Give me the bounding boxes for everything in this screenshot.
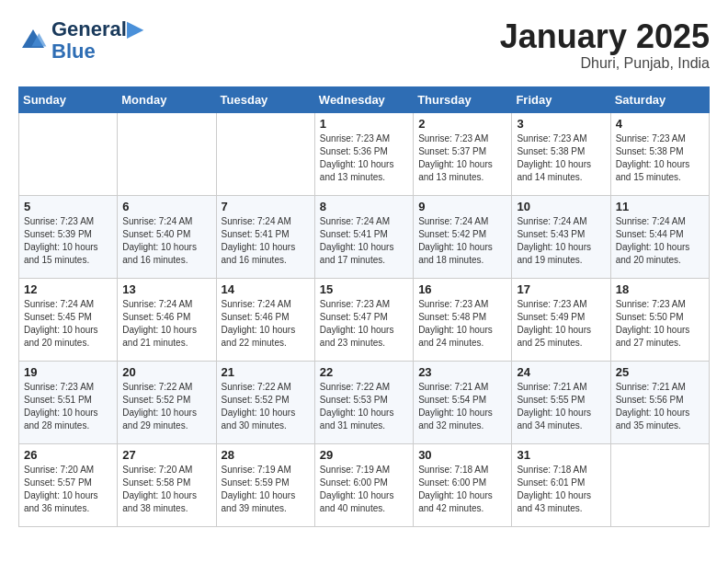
logo: General▶ Blue: [18, 18, 142, 63]
calendar-cell: 17 Sunrise: 7:23 AMSunset: 5:49 PMDaylig…: [512, 278, 610, 361]
calendar-cell: 18 Sunrise: 7:23 AMSunset: 5:50 PMDaylig…: [610, 278, 709, 361]
calendar-cell: 9 Sunrise: 7:24 AMSunset: 5:42 PMDayligh…: [414, 195, 512, 278]
calendar-cell: 13 Sunrise: 7:24 AMSunset: 5:46 PMDaylig…: [118, 278, 216, 361]
day-info: Sunrise: 7:24 AMSunset: 5:43 PMDaylight:…: [517, 215, 605, 267]
weekday-header-row: SundayMondayTuesdayWednesdayThursdayFrid…: [19, 86, 710, 112]
day-info: Sunrise: 7:23 AMSunset: 5:51 PMDaylight:…: [24, 381, 112, 432]
calendar-cell: 14 Sunrise: 7:24 AMSunset: 5:46 PMDaylig…: [216, 278, 314, 361]
day-number: 12: [24, 282, 112, 296]
day-number: 18: [616, 282, 704, 296]
calendar-cell: 8 Sunrise: 7:24 AMSunset: 5:41 PMDayligh…: [314, 195, 413, 278]
day-info: Sunrise: 7:21 AMSunset: 5:55 PMDaylight:…: [517, 381, 605, 432]
day-info: Sunrise: 7:24 AMSunset: 5:42 PMDaylight:…: [418, 215, 506, 267]
day-info: Sunrise: 7:24 AMSunset: 5:40 PMDaylight:…: [122, 215, 210, 267]
day-number: 6: [122, 200, 210, 213]
calendar-cell: 19 Sunrise: 7:23 AMSunset: 5:51 PMDaylig…: [19, 361, 118, 443]
calendar-cell: 3 Sunrise: 7:23 AMSunset: 5:38 PMDayligh…: [512, 112, 610, 195]
calendar-cell: [216, 112, 314, 195]
weekday-header-tuesday: Tuesday: [216, 86, 314, 112]
day-info: Sunrise: 7:23 AMSunset: 5:48 PMDaylight:…: [418, 298, 506, 350]
calendar-cell: 7 Sunrise: 7:24 AMSunset: 5:41 PMDayligh…: [216, 195, 314, 278]
day-info: Sunrise: 7:23 AMSunset: 5:49 PMDaylight:…: [517, 298, 605, 350]
day-info: Sunrise: 7:21 AMSunset: 5:56 PMDaylight:…: [616, 381, 704, 432]
calendar-cell: [118, 112, 216, 195]
weekday-header-friday: Friday: [512, 86, 610, 112]
weekday-header-sunday: Sunday: [19, 86, 118, 112]
calendar-cell: 21 Sunrise: 7:22 AMSunset: 5:52 PMDaylig…: [216, 361, 314, 443]
day-number: 28: [222, 448, 310, 462]
day-number: 2: [418, 117, 506, 131]
calendar-cell: 25 Sunrise: 7:21 AMSunset: 5:56 PMDaylig…: [610, 361, 709, 443]
weekday-header-thursday: Thursday: [414, 86, 512, 112]
day-number: 14: [222, 282, 310, 296]
day-info: Sunrise: 7:20 AMSunset: 5:58 PMDaylight:…: [122, 464, 210, 515]
calendar-cell: 31 Sunrise: 7:18 AMSunset: 6:01 PMDaylig…: [512, 443, 610, 526]
day-number: 19: [24, 365, 112, 379]
day-info: Sunrise: 7:23 AMSunset: 5:50 PMDaylight:…: [616, 298, 704, 350]
day-info: Sunrise: 7:23 AMSunset: 5:38 PMDaylight:…: [517, 132, 605, 184]
day-number: 24: [517, 365, 605, 379]
weekday-header-wednesday: Wednesday: [314, 86, 413, 112]
day-number: 1: [320, 117, 408, 131]
day-info: Sunrise: 7:24 AMSunset: 5:46 PMDaylight:…: [222, 298, 310, 350]
logo-text: General▶ Blue: [51, 18, 142, 63]
day-number: 25: [616, 365, 704, 379]
calendar-week-4: 19 Sunrise: 7:23 AMSunset: 5:51 PMDaylig…: [19, 361, 710, 443]
day-number: 23: [418, 365, 506, 379]
calendar-cell: 12 Sunrise: 7:24 AMSunset: 5:45 PMDaylig…: [19, 278, 118, 361]
day-number: 11: [616, 200, 704, 213]
day-number: 22: [320, 365, 408, 379]
calendar-cell: 26 Sunrise: 7:20 AMSunset: 5:57 PMDaylig…: [19, 443, 118, 526]
day-info: Sunrise: 7:22 AMSunset: 5:53 PMDaylight:…: [320, 381, 408, 432]
day-number: 29: [320, 448, 408, 462]
day-info: Sunrise: 7:24 AMSunset: 5:44 PMDaylight:…: [616, 215, 704, 267]
calendar-week-3: 12 Sunrise: 7:24 AMSunset: 5:45 PMDaylig…: [19, 278, 710, 361]
day-number: 26: [24, 448, 112, 462]
day-number: 30: [418, 448, 506, 462]
calendar-week-5: 26 Sunrise: 7:20 AMSunset: 5:57 PMDaylig…: [19, 443, 710, 526]
calendar-cell: 28 Sunrise: 7:19 AMSunset: 5:59 PMDaylig…: [216, 443, 314, 526]
calendar-cell: 27 Sunrise: 7:20 AMSunset: 5:58 PMDaylig…: [118, 443, 216, 526]
calendar-week-2: 5 Sunrise: 7:23 AMSunset: 5:39 PMDayligh…: [19, 195, 710, 278]
day-info: Sunrise: 7:23 AMSunset: 5:36 PMDaylight:…: [320, 132, 408, 184]
day-number: 8: [320, 200, 408, 213]
calendar-week-1: 1 Sunrise: 7:23 AMSunset: 5:36 PMDayligh…: [19, 112, 710, 195]
title-block: January 2025 Dhuri, Punjab, India: [500, 18, 710, 72]
logo-icon: [18, 26, 48, 55]
day-number: 3: [517, 117, 605, 131]
day-info: Sunrise: 7:22 AMSunset: 5:52 PMDaylight:…: [122, 381, 210, 432]
day-number: 10: [517, 200, 605, 213]
day-info: Sunrise: 7:23 AMSunset: 5:38 PMDaylight:…: [616, 132, 704, 184]
day-number: 7: [222, 200, 310, 213]
calendar-cell: 15 Sunrise: 7:23 AMSunset: 5:47 PMDaylig…: [314, 278, 413, 361]
day-info: Sunrise: 7:24 AMSunset: 5:45 PMDaylight:…: [24, 298, 112, 350]
day-info: Sunrise: 7:23 AMSunset: 5:39 PMDaylight:…: [24, 215, 112, 267]
day-info: Sunrise: 7:22 AMSunset: 5:52 PMDaylight:…: [222, 381, 310, 432]
day-info: Sunrise: 7:23 AMSunset: 5:37 PMDaylight:…: [418, 132, 506, 184]
month-title: January 2025: [500, 18, 710, 55]
location: Dhuri, Punjab, India: [500, 55, 710, 72]
calendar-cell: 2 Sunrise: 7:23 AMSunset: 5:37 PMDayligh…: [414, 112, 512, 195]
day-info: Sunrise: 7:21 AMSunset: 5:54 PMDaylight:…: [418, 381, 506, 432]
calendar-cell: 11 Sunrise: 7:24 AMSunset: 5:44 PMDaylig…: [610, 195, 709, 278]
day-number: 15: [320, 282, 408, 296]
page-header: General▶ Blue January 2025 Dhuri, Punjab…: [18, 18, 710, 72]
day-info: Sunrise: 7:18 AMSunset: 6:00 PMDaylight:…: [418, 464, 506, 515]
day-info: Sunrise: 7:23 AMSunset: 5:47 PMDaylight:…: [320, 298, 408, 350]
calendar-cell: 30 Sunrise: 7:18 AMSunset: 6:00 PMDaylig…: [414, 443, 512, 526]
weekday-header-monday: Monday: [118, 86, 216, 112]
day-number: 4: [616, 117, 704, 131]
calendar-table: SundayMondayTuesdayWednesdayThursdayFrid…: [18, 86, 710, 527]
day-info: Sunrise: 7:18 AMSunset: 6:01 PMDaylight:…: [517, 464, 605, 515]
day-info: Sunrise: 7:24 AMSunset: 5:41 PMDaylight:…: [320, 215, 408, 267]
day-number: 20: [122, 365, 210, 379]
day-number: 9: [418, 200, 506, 213]
calendar-cell: 1 Sunrise: 7:23 AMSunset: 5:36 PMDayligh…: [314, 112, 413, 195]
day-info: Sunrise: 7:19 AMSunset: 5:59 PMDaylight:…: [222, 464, 310, 515]
calendar-cell: 4 Sunrise: 7:23 AMSunset: 5:38 PMDayligh…: [610, 112, 709, 195]
calendar-cell: 29 Sunrise: 7:19 AMSunset: 6:00 PMDaylig…: [314, 443, 413, 526]
day-number: 5: [24, 200, 112, 213]
day-number: 31: [517, 448, 605, 462]
day-info: Sunrise: 7:20 AMSunset: 5:57 PMDaylight:…: [24, 464, 112, 515]
day-number: 17: [517, 282, 605, 296]
